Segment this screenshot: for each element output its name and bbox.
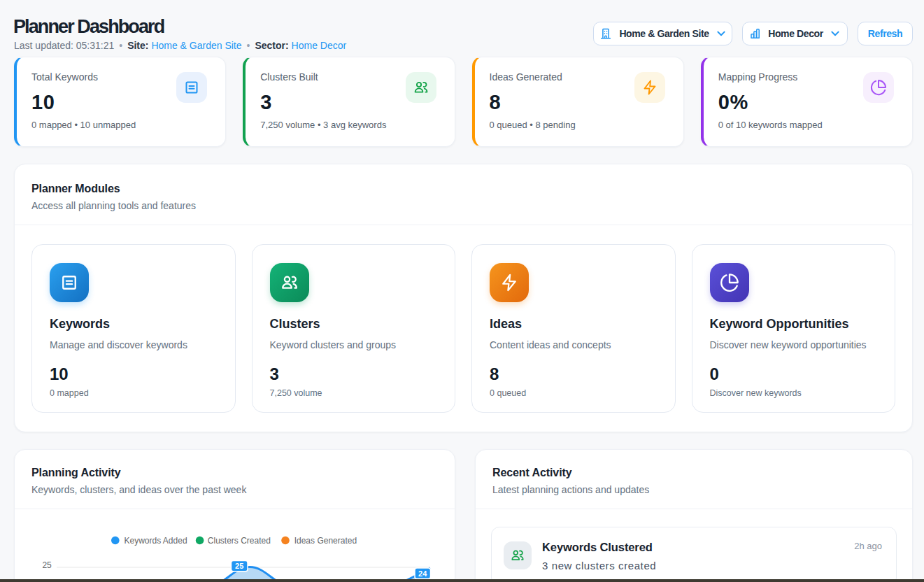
svg-text:Clusters Created: Clusters Created xyxy=(208,536,271,546)
svg-text:25: 25 xyxy=(42,560,52,570)
svg-text:Ideas Generated: Ideas Generated xyxy=(294,536,357,546)
svg-text:25: 25 xyxy=(235,562,243,570)
svg-text:24: 24 xyxy=(418,569,427,578)
svg-text:Keywords Added: Keywords Added xyxy=(125,536,187,546)
